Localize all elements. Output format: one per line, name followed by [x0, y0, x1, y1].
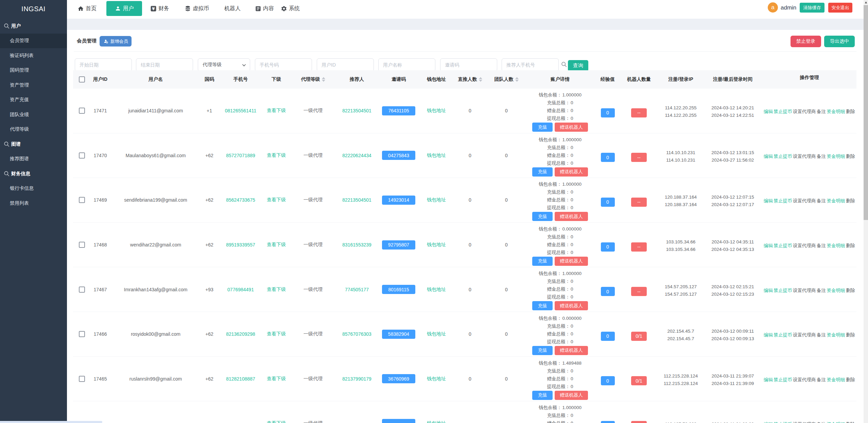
recharge-button[interactable]: 充值	[532, 301, 553, 310]
column-header-direct[interactable]: 直推人数	[452, 70, 488, 89]
row-checkbox[interactable]	[79, 331, 85, 337]
nav-item-finance[interactable]: ¥ 财务	[150, 0, 169, 17]
action-dark-link[interactable]: 备注	[817, 288, 826, 294]
invite-code-button[interactable]: 58382904	[382, 330, 415, 339]
action-teal-link[interactable]: 禁止提币	[774, 288, 792, 294]
experience-button[interactable]: 0	[601, 198, 615, 207]
sidebar-item[interactable]: 验证码列表	[0, 48, 67, 63]
action-teal-link[interactable]: 编辑	[764, 377, 773, 383]
sort-carets-icon[interactable]	[515, 77, 519, 82]
action-teal-link[interactable]: 禁止提币	[774, 421, 792, 423]
action-teal-link[interactable]: 禁止提币	[774, 109, 792, 115]
view-sub-link[interactable]: 查看下级	[267, 242, 286, 248]
nav-item-home[interactable]: 首页	[77, 0, 97, 17]
column-header-team[interactable]: 团队人数	[488, 70, 524, 89]
row-checkbox[interactable]	[79, 152, 85, 159]
sidebar-item[interactable]: 资产管理	[0, 78, 67, 93]
view-sub-link[interactable]: 查看下级	[267, 331, 286, 337]
experience-button[interactable]: 0	[601, 287, 615, 296]
experience-button[interactable]: 0	[601, 332, 615, 341]
wallet-address-link[interactable]: 钱包地址	[427, 108, 446, 114]
action-teal-link[interactable]: 资金明细	[827, 288, 845, 294]
action-teal-link[interactable]: 禁止提币	[774, 153, 792, 160]
sidebar-item[interactable]: 禁用列表	[0, 196, 67, 211]
action-dark-link[interactable]: 删除	[846, 377, 855, 383]
view-sub-link[interactable]: 查看下级	[267, 152, 286, 159]
view-sub-link[interactable]: 查看下级	[267, 108, 286, 114]
action-dark-link[interactable]: 备注	[817, 377, 826, 383]
action-dark-link[interactable]: 备注	[817, 332, 826, 338]
invite-code-button[interactable]: 80169115	[382, 285, 415, 294]
sidebar-section-title[interactable]: 财务信息	[0, 166, 67, 181]
referrer-link[interactable]: 83161553239	[342, 242, 371, 247]
row-checkbox[interactable]	[79, 108, 85, 114]
ban-login-button[interactable]: 禁止登录	[791, 36, 821, 47]
user-name-input[interactable]	[378, 58, 435, 71]
robot-count-button[interactable]	[631, 421, 647, 423]
start-date-input[interactable]	[75, 58, 132, 71]
nav-item-crypto[interactable]: 虚拟币	[185, 0, 209, 17]
add-member-button[interactable]: 新增会员	[100, 36, 132, 47]
phone-link[interactable]: 85727071889	[226, 153, 255, 158]
action-dark-link[interactable]: 删除	[846, 332, 855, 338]
action-teal-link[interactable]: 禁止提币	[774, 332, 792, 338]
gift-robot-button[interactable]: 赠送机器人	[555, 212, 588, 221]
action-dark-link[interactable]: 设置代理商	[793, 332, 816, 338]
horizontal-scrollbar-thumb[interactable]	[0, 421, 102, 423]
action-dark-link[interactable]: 设置代理商	[793, 153, 816, 160]
nav-item-robot[interactable]: 机器人	[224, 0, 241, 17]
invite-code-button[interactable]: 92795807	[382, 240, 415, 250]
phone-link[interactable]: 81282108887	[226, 376, 255, 382]
action-dark-link[interactable]: 删除	[846, 109, 855, 115]
action-teal-link[interactable]: 编辑	[764, 243, 773, 249]
phone-link[interactable]: 081265561411	[225, 108, 256, 113]
view-sub-link[interactable]: 查看下级	[267, 420, 286, 423]
phone-link[interactable]: 85624733675	[226, 197, 255, 203]
recharge-button[interactable]: 充值	[532, 123, 553, 132]
phone-link[interactable]: 89519339557	[226, 242, 255, 247]
sidebar-item[interactable]: 国码管理	[0, 63, 67, 78]
action-dark-link[interactable]: 删除	[846, 288, 855, 294]
action-dark-link[interactable]: 备注	[817, 198, 826, 204]
invite-code-button[interactable]: 76431105	[382, 106, 415, 115]
view-sub-link[interactable]: 查看下级	[267, 376, 286, 382]
column-header-agent[interactable]: 代理等级	[289, 70, 337, 89]
recharge-button[interactable]: 充值	[532, 391, 553, 400]
user-id-input[interactable]	[317, 58, 374, 71]
recharge-button[interactable]: 充值	[532, 167, 553, 177]
action-dark-link[interactable]: 设置代理商	[793, 198, 816, 204]
row-checkbox[interactable]	[79, 287, 85, 293]
sidebar-item[interactable]: 团队业绩	[0, 107, 67, 122]
invite-code-button[interactable]: 14923014	[382, 196, 415, 205]
action-teal-link[interactable]: 资金明细	[827, 198, 845, 204]
row-checkbox[interactable]	[79, 197, 85, 203]
referrer-phone-input[interactable]	[502, 58, 559, 71]
experience-button[interactable]: 0	[601, 376, 615, 385]
action-teal-link[interactable]: 禁止提币	[774, 243, 792, 249]
experience-button[interactable]: 0	[601, 153, 615, 162]
action-teal-link[interactable]: 编辑	[764, 109, 773, 115]
view-sub-link[interactable]: 查看下级	[267, 197, 286, 203]
action-teal-link[interactable]: 编辑	[764, 288, 773, 294]
action-dark-link[interactable]: 备注	[817, 109, 826, 115]
gift-robot-button[interactable]: 赠送机器人	[555, 391, 588, 400]
sort-carets-icon[interactable]	[479, 77, 482, 82]
user-name[interactable]: admin	[781, 0, 796, 15]
action-dark-link[interactable]: 设置代理商	[793, 377, 816, 383]
robot-count-button[interactable]: --	[631, 153, 647, 162]
nav-item-users[interactable]: 用户	[106, 1, 142, 16]
action-dark-link[interactable]: 备注	[817, 153, 826, 160]
sidebar-item[interactable]: 会员管理	[0, 34, 67, 49]
wallet-address-link[interactable]: 钱包地址	[427, 242, 446, 248]
logout-button[interactable]: 安全退出	[828, 3, 852, 13]
wallet-address-link[interactable]: 钱包地址	[427, 152, 446, 159]
action-teal-link[interactable]: 编辑	[764, 421, 773, 423]
experience-button[interactable]: 0	[601, 421, 615, 423]
wallet-address-link[interactable]: 钱包地址	[427, 197, 446, 203]
action-teal-link[interactable]: 资金明细	[827, 377, 845, 383]
referrer-link[interactable]: 85767076303	[342, 331, 371, 337]
robot-count-button[interactable]: --	[631, 198, 647, 207]
referrer-link[interactable]: 774505177	[345, 287, 369, 292]
sidebar-item[interactable]: 资产充值	[0, 93, 67, 108]
action-dark-link[interactable]: 备注	[817, 421, 826, 423]
